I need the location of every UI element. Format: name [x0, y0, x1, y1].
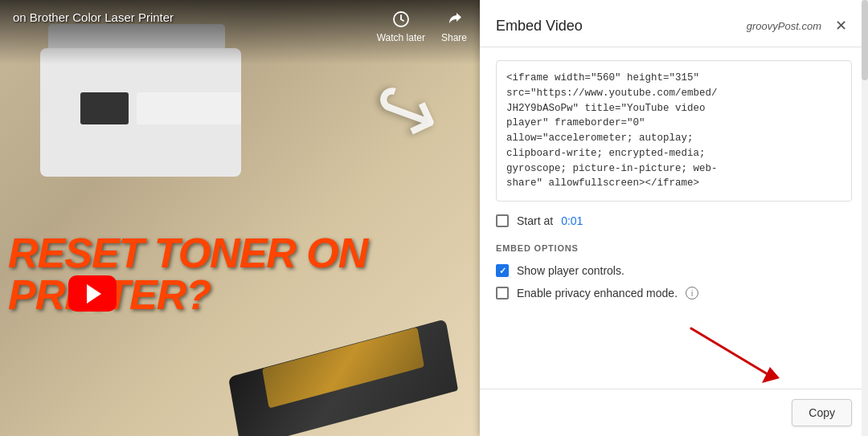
printer-display: [80, 92, 129, 124]
video-panel: on Brother Color Laser Printer Watch lat…: [0, 0, 480, 436]
show-controls-checkbox[interactable]: [496, 264, 509, 277]
embed-panel-title: Embed Video: [496, 18, 583, 35]
start-at-row: Start at 0:01: [496, 214, 852, 227]
video-title: on Brother Color Laser Printer: [13, 10, 174, 26]
embed-panel: Embed Video groovyPost.com ✕ <iframe wid…: [480, 0, 868, 436]
show-controls-row: Show player controls.: [496, 264, 852, 277]
privacy-mode-checkbox[interactable]: [496, 287, 509, 299]
info-icon[interactable]: i: [686, 287, 698, 299]
youtube-play-button[interactable]: [68, 275, 117, 312]
svg-line-2: [401, 19, 403, 21]
copy-button[interactable]: Copy: [792, 399, 852, 426]
watch-later-label: Watch later: [377, 32, 425, 43]
share-icon: [444, 10, 464, 29]
printer-panel: [137, 92, 241, 124]
start-at-checkbox[interactable]: [496, 214, 509, 227]
start-at-time: 0:01: [561, 214, 583, 227]
video-controls: Watch later Share: [377, 10, 467, 43]
overlay-line1: RESET TONER ON: [8, 232, 472, 274]
embed-options-heading: EMBED OPTIONS: [496, 243, 852, 253]
embed-header: Embed Video groovyPost.com ✕: [480, 0, 868, 47]
close-button[interactable]: ✕: [829, 14, 852, 37]
show-controls-label: Show player controls.: [517, 264, 624, 277]
share-label: Share: [441, 32, 467, 43]
embed-code-box[interactable]: <iframe width="560" height="315" src="ht…: [496, 60, 852, 202]
privacy-mode-row: Enable privacy enhanced mode. i: [496, 287, 852, 299]
play-triangle-icon: [87, 284, 101, 304]
embed-footer: Copy: [480, 389, 868, 436]
groovypost-logo: groovyPost.com: [747, 20, 821, 32]
clock-icon: [391, 10, 411, 29]
video-top-bar: on Brother Color Laser Printer Watch lat…: [0, 0, 480, 64]
privacy-mode-label: Enable privacy enhanced mode.: [517, 287, 678, 299]
watch-later-button[interactable]: Watch later: [377, 10, 425, 43]
start-at-label: Start at: [517, 214, 553, 227]
scrollbar-thumb: [862, 0, 868, 80]
printer-body: [40, 48, 241, 177]
panel-scrollbar[interactable]: [862, 0, 868, 436]
share-button[interactable]: Share: [441, 10, 467, 43]
embed-content[interactable]: <iframe width="560" height="315" src="ht…: [480, 47, 868, 389]
